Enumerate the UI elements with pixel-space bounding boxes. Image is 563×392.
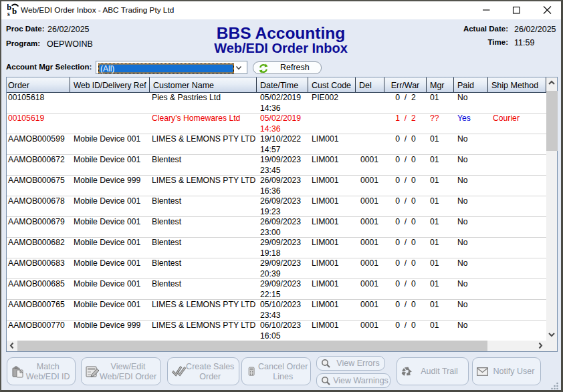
- svg-text:b: b: [12, 6, 17, 16]
- svg-text:s: s: [7, 11, 10, 17]
